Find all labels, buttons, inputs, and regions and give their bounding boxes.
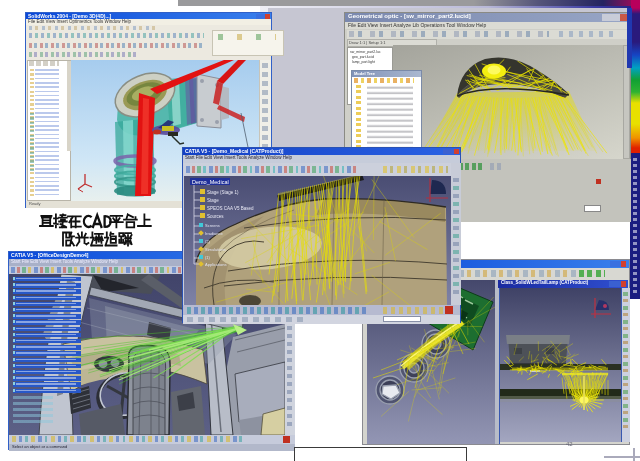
svg-text:Stage: Stage (207, 198, 219, 203)
svg-text:(1): (1) (205, 255, 211, 260)
svg-text:Screens: Screens (205, 223, 220, 228)
svg-text:Sources: Sources (207, 214, 224, 219)
svg-text:Stage (Stage 1): Stage (Stage 1) (207, 190, 239, 195)
svg-text:Irradiance: Irradiance (205, 231, 224, 236)
svg-text:(2): (2) (205, 239, 211, 244)
svg-text:Demo_Medical: Demo_Medical (192, 179, 229, 185)
svg-text:Applications: Applications (205, 262, 227, 267)
svg-text:Simulations: Simulations (205, 247, 226, 252)
svg-text:SPEOS CAA V5 Based: SPEOS CAA V5 Based (207, 206, 254, 211)
